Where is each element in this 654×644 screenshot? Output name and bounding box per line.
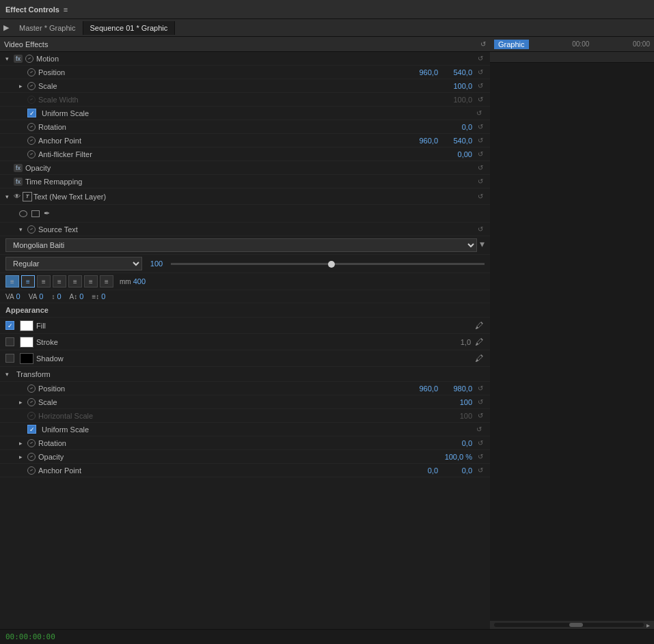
- shadow-swatch[interactable]: [20, 353, 33, 364]
- transform-header[interactable]: Transform: [0, 367, 490, 382]
- opacity-reset[interactable]: [475, 163, 486, 173]
- tab-arrow[interactable]: ▶: [0, 19, 12, 37]
- time-remap-reset[interactable]: [475, 176, 486, 187]
- source-text-stopwatch[interactable]: [27, 225, 36, 234]
- transform-scale-reset[interactable]: [475, 397, 486, 408]
- fill-checkbox[interactable]: [5, 321, 14, 330]
- position-stopwatch[interactable]: [27, 68, 36, 76]
- transform-rotation-value[interactable]: 0,0: [445, 439, 472, 447]
- font-style-select[interactable]: Regular: [5, 257, 142, 270]
- anchor-x[interactable]: 960,0: [411, 137, 438, 145]
- align-justify-right-btn[interactable]: ≡: [84, 275, 98, 288]
- font-dropdown-icon[interactable]: ▾: [480, 238, 485, 252]
- transform-uniform-scale-reset[interactable]: [474, 424, 485, 435]
- transform-anchor-x[interactable]: 0,0: [411, 466, 438, 475]
- align-left-btn[interactable]: ≡: [5, 275, 19, 288]
- transform-position-y[interactable]: 980,0: [445, 384, 472, 393]
- position-x[interactable]: 960,0: [411, 68, 438, 76]
- motion-toggle[interactable]: [5, 55, 12, 62]
- va-value-0[interactable]: 0: [16, 292, 21, 300]
- va-value-2[interactable]: 0: [57, 292, 61, 300]
- align-justify-full-btn[interactable]: ≡: [100, 275, 113, 288]
- panel-menu-icon[interactable]: ≡: [64, 5, 68, 14]
- tab-master-graphic[interactable]: Master * Graphic: [12, 21, 83, 35]
- rotation-value[interactable]: 0,0: [445, 123, 472, 131]
- uniform-scale-reset[interactable]: [474, 108, 485, 119]
- timeline-ruler[interactable]: [490, 52, 654, 63]
- va-value-3[interactable]: 0: [79, 292, 83, 300]
- motion-stopwatch[interactable]: [25, 55, 33, 63]
- text-layer-toggle[interactable]: [5, 193, 12, 200]
- tab-sequence-graphic[interactable]: Sequence 01 * Graphic: [83, 21, 176, 35]
- video-effects-reset[interactable]: ↺: [480, 40, 486, 48]
- pen-tool-icon[interactable]: ✒: [44, 209, 50, 218]
- antiflicker-reset[interactable]: [475, 149, 486, 160]
- shadow-eyedropper[interactable]: 🖍: [474, 353, 485, 364]
- transform-scale-value[interactable]: 100: [445, 398, 472, 406]
- anchor-y[interactable]: 540,0: [445, 137, 472, 145]
- align-justify-left-btn[interactable]: ≡: [53, 275, 66, 288]
- stroke-checkbox[interactable]: [5, 337, 14, 346]
- source-text-toggle[interactable]: [19, 226, 26, 233]
- transform-opacity-toggle[interactable]: [19, 453, 26, 460]
- fill-swatch[interactable]: [20, 320, 33, 331]
- rect-tool-icon[interactable]: [31, 210, 40, 217]
- transform-toggle[interactable]: [5, 371, 12, 378]
- transform-position-x[interactable]: 960,0: [411, 384, 438, 393]
- scale-reset[interactable]: [475, 81, 486, 92]
- shadow-checkbox[interactable]: [5, 354, 14, 363]
- mm-value[interactable]: 400: [133, 277, 146, 285]
- antiflicker-stopwatch[interactable]: [27, 150, 36, 158]
- transform-rotation-stopwatch[interactable]: [27, 439, 36, 447]
- position-y[interactable]: 540,0: [445, 68, 472, 76]
- text-layer-row: 👁 T Text (New Text Layer): [0, 188, 490, 205]
- text-layer-icon: T: [23, 192, 32, 201]
- timeline-content: [490, 63, 654, 621]
- rotation-reset[interactable]: [475, 122, 486, 132]
- transform-rotation-reset[interactable]: [475, 438, 486, 449]
- align-justify-center-btn[interactable]: ≡: [68, 275, 82, 288]
- align-center-btn[interactable]: ≡: [21, 275, 35, 288]
- transform-scale-stopwatch[interactable]: [27, 398, 36, 406]
- scroll-thumb[interactable]: [569, 623, 583, 627]
- transform-uniform-scale-checkbox[interactable]: [27, 425, 36, 434]
- scale-value[interactable]: 100,0: [445, 82, 472, 90]
- scale-toggle[interactable]: [19, 83, 26, 89]
- text-layer-reset[interactable]: [475, 191, 486, 202]
- source-text-reset[interactable]: [475, 224, 486, 235]
- position-reset[interactable]: [475, 67, 486, 78]
- transform-anchor-stopwatch[interactable]: [27, 466, 36, 475]
- stroke-eyedropper[interactable]: 🖍: [474, 337, 485, 348]
- transform-opacity-stopwatch[interactable]: [27, 453, 36, 461]
- eye-icon[interactable]: 👁: [14, 193, 21, 200]
- stroke-swatch[interactable]: [20, 337, 33, 348]
- rotation-stopwatch[interactable]: [27, 123, 36, 131]
- fill-eyedropper[interactable]: 🖍: [474, 320, 485, 331]
- uniform-scale-checkbox[interactable]: [27, 109, 36, 117]
- font-select[interactable]: Mongolian Baiti: [5, 238, 477, 252]
- scale-stopwatch[interactable]: [27, 82, 36, 90]
- scale-width-reset[interactable]: [475, 94, 486, 105]
- transform-anchor-reset[interactable]: [475, 465, 486, 476]
- scroll-end-icon[interactable]: ▸: [646, 621, 650, 629]
- transform-rotation-toggle[interactable]: [19, 440, 26, 447]
- transform-position-reset[interactable]: [475, 383, 486, 394]
- transform-anchor-y[interactable]: 0,0: [445, 466, 472, 475]
- timeline-scrollbar[interactable]: ▸: [490, 621, 654, 629]
- anchor-reset[interactable]: [475, 135, 486, 146]
- transform-opacity-value[interactable]: 100,0 %: [445, 453, 472, 461]
- transform-opacity-reset[interactable]: [475, 451, 486, 462]
- antiflicker-value[interactable]: 0,00: [445, 150, 472, 158]
- size-slider[interactable]: [171, 263, 485, 265]
- transform-scale-toggle[interactable]: [19, 399, 26, 406]
- va-value-4[interactable]: 0: [101, 292, 105, 300]
- anchor-stopwatch[interactable]: [27, 137, 36, 145]
- va-value-1[interactable]: 0: [39, 292, 43, 300]
- scroll-track[interactable]: [494, 623, 644, 627]
- oval-tool-icon[interactable]: [19, 210, 27, 217]
- transform-hscale-reset[interactable]: [475, 410, 486, 421]
- font-size-value[interactable]: 100: [146, 260, 167, 268]
- motion-reset[interactable]: [475, 53, 486, 64]
- transform-position-stopwatch[interactable]: [27, 384, 36, 393]
- align-right-btn[interactable]: ≡: [37, 275, 51, 288]
